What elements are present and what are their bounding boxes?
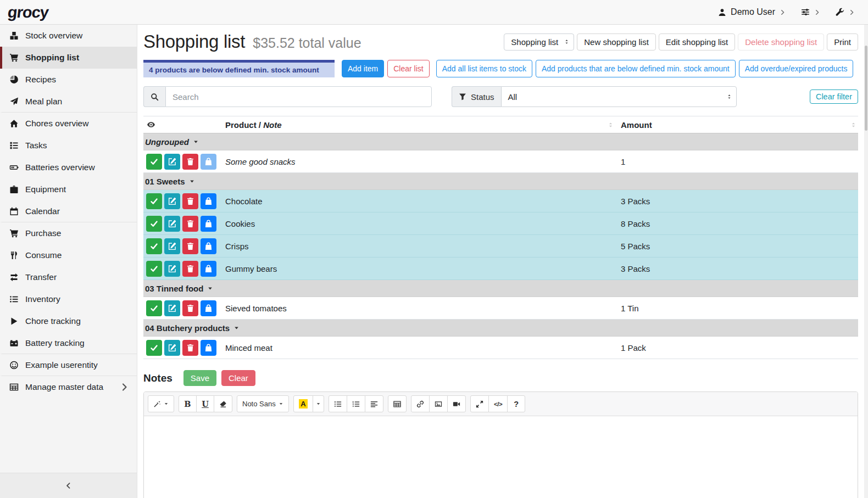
sidebar-item-tasks[interactable]: Tasks xyxy=(0,135,137,156)
edit-shopping-list-button[interactable]: Edit shopping list xyxy=(659,33,735,51)
sidebar-item-chores-overview[interactable]: Chores overview xyxy=(0,113,137,135)
sidebar-item-transfer[interactable]: Transfer xyxy=(0,266,137,288)
scrollbar[interactable] xyxy=(864,25,868,498)
editor-underline-button[interactable]: U xyxy=(196,395,214,412)
editor-ordered-list-button[interactable] xyxy=(347,395,365,412)
sidebar-item-calendar[interactable]: Calendar xyxy=(0,200,137,222)
sidebar-item-stock-overview[interactable]: Stock overview xyxy=(0,25,137,47)
mark-done-button[interactable] xyxy=(146,300,162,316)
shopping-table-body: UngroupedSome good snacks101 SweetsChoco… xyxy=(143,133,858,359)
scrollbar-thumb[interactable] xyxy=(865,46,867,131)
editor-clear-format-button[interactable] xyxy=(214,395,232,412)
sidebar-item-manage-master-data[interactable]: Manage master data xyxy=(0,376,137,398)
sidebar-item-recipes[interactable]: Recipes xyxy=(0,69,137,91)
sort-icon[interactable] xyxy=(850,121,857,128)
editor-unordered-list-button[interactable] xyxy=(329,395,347,412)
group-header-04-butchery-products[interactable]: 04 Butchery products xyxy=(143,320,858,337)
sidebar-item-batteries-overview[interactable]: Batteries overview xyxy=(0,156,137,178)
edit-item-button[interactable] xyxy=(164,216,180,232)
editor-paragraph-button[interactable] xyxy=(365,395,383,412)
clear-notes-button[interactable]: Clear xyxy=(221,370,255,386)
delete-shopping-list-button[interactable]: Delete shopping list xyxy=(738,33,824,51)
save-notes-button[interactable]: Save xyxy=(183,370,216,386)
group-header-01-sweets[interactable]: 01 Sweets xyxy=(143,173,858,190)
sidebar-item-consume[interactable]: Consume xyxy=(0,244,137,266)
admin-menu[interactable] xyxy=(836,8,855,16)
sort-icon[interactable] xyxy=(607,121,614,128)
editor-color-button[interactable]: A xyxy=(293,395,313,412)
sidebar-item-meal-plan[interactable]: Meal plan xyxy=(0,91,137,113)
editor-bold-button[interactable]: B xyxy=(179,395,197,412)
delete-item-button[interactable] xyxy=(182,300,198,316)
mark-done-button[interactable] xyxy=(146,154,162,170)
add-to-stock-button[interactable] xyxy=(201,340,216,356)
add-item-button[interactable]: Add item xyxy=(342,60,384,77)
ordered-list-icon xyxy=(352,400,360,408)
edit-item-button[interactable] xyxy=(164,340,180,356)
edit-item-button[interactable] xyxy=(164,193,180,209)
group-header-03-tinned-food[interactable]: 03 Tinned food xyxy=(143,280,858,297)
min-stock-alert[interactable]: 4 products are below defined min. stock … xyxy=(143,60,335,77)
pencil-square-icon xyxy=(168,304,176,312)
editor-table-button[interactable] xyxy=(388,395,407,412)
sidebar-item-inventory[interactable]: Inventory xyxy=(0,288,137,310)
sidebar-item-battery-tracking[interactable]: Battery tracking xyxy=(0,332,137,354)
new-shopping-list-button[interactable]: New shopping list xyxy=(577,33,656,51)
mark-done-button[interactable] xyxy=(146,193,162,209)
status-label-text: Status xyxy=(471,92,494,102)
app-logo[interactable]: grocy xyxy=(7,3,49,21)
add-overdue-expired-button[interactable]: Add overdue/expired products xyxy=(739,60,854,77)
product-name: Gummy bears xyxy=(225,264,621,273)
status-filter-select[interactable]: All xyxy=(501,86,737,107)
sidebar-item-shopping-list[interactable]: Shopping list xyxy=(0,47,137,69)
delete-item-button[interactable] xyxy=(182,154,198,170)
eye-icon[interactable] xyxy=(147,120,155,129)
sidebar-item-example-userentity[interactable]: Example userentity xyxy=(0,354,137,376)
notes-editor-area[interactable] xyxy=(144,416,858,498)
clear-list-button[interactable]: Clear list xyxy=(387,60,429,77)
sidebar-item-chore-tracking[interactable]: Chore tracking xyxy=(0,310,137,332)
delete-item-button[interactable] xyxy=(182,261,198,277)
shopping-list-select[interactable]: Shopping list xyxy=(504,33,574,51)
add-below-min-stock-button[interactable]: Add products that are below defined min.… xyxy=(536,60,736,77)
editor-color-dropdown-button[interactable] xyxy=(313,395,324,412)
editor-help-button[interactable]: ? xyxy=(507,395,525,412)
edit-item-button[interactable] xyxy=(164,238,180,254)
mark-done-button[interactable] xyxy=(146,261,162,277)
user-menu[interactable]: Demo User xyxy=(718,7,786,17)
editor-link-button[interactable] xyxy=(411,395,430,412)
sidebar-item-purchase[interactable]: Purchase xyxy=(0,222,137,244)
add-to-stock-button[interactable] xyxy=(201,216,216,232)
mark-done-button[interactable] xyxy=(146,238,162,254)
add-to-stock-button[interactable] xyxy=(201,238,216,254)
clear-filter-button[interactable]: Clear filter xyxy=(810,89,858,104)
mark-done-button[interactable] xyxy=(146,340,162,356)
add-to-stock-button[interactable] xyxy=(201,261,216,277)
delete-item-button[interactable] xyxy=(182,238,198,254)
editor-style-button[interactable] xyxy=(148,395,174,412)
mark-done-button[interactable] xyxy=(146,216,162,232)
sidebar-item-equipment[interactable]: Equipment xyxy=(0,178,137,200)
sidebar-collapse-button[interactable] xyxy=(0,473,137,498)
add-to-stock-button[interactable] xyxy=(201,300,216,316)
editor-picture-button[interactable] xyxy=(429,395,448,412)
editor-font-family-button[interactable]: Noto Sans xyxy=(237,395,289,412)
row-actions xyxy=(143,216,225,232)
edit-item-button[interactable] xyxy=(164,154,180,170)
add-to-stock-button[interactable] xyxy=(201,193,216,209)
group-header-ungrouped[interactable]: Ungrouped xyxy=(143,133,858,150)
editor-codeview-button[interactable]: </> xyxy=(488,395,508,412)
editor-fullscreen-button[interactable] xyxy=(470,395,489,412)
print-button[interactable]: Print xyxy=(827,33,858,51)
delete-item-button[interactable] xyxy=(182,216,198,232)
add-to-stock-button[interactable] xyxy=(201,154,216,170)
add-all-to-stock-button[interactable]: Add all list items to stock xyxy=(436,60,532,77)
search-input[interactable] xyxy=(165,86,432,107)
delete-item-button[interactable] xyxy=(182,193,198,209)
edit-item-button[interactable] xyxy=(164,261,180,277)
settings-menu[interactable] xyxy=(801,8,820,16)
editor-video-button[interactable] xyxy=(447,395,466,412)
edit-item-button[interactable] xyxy=(164,300,180,316)
group-name: 04 Butchery products xyxy=(145,323,230,333)
delete-item-button[interactable] xyxy=(182,340,198,356)
